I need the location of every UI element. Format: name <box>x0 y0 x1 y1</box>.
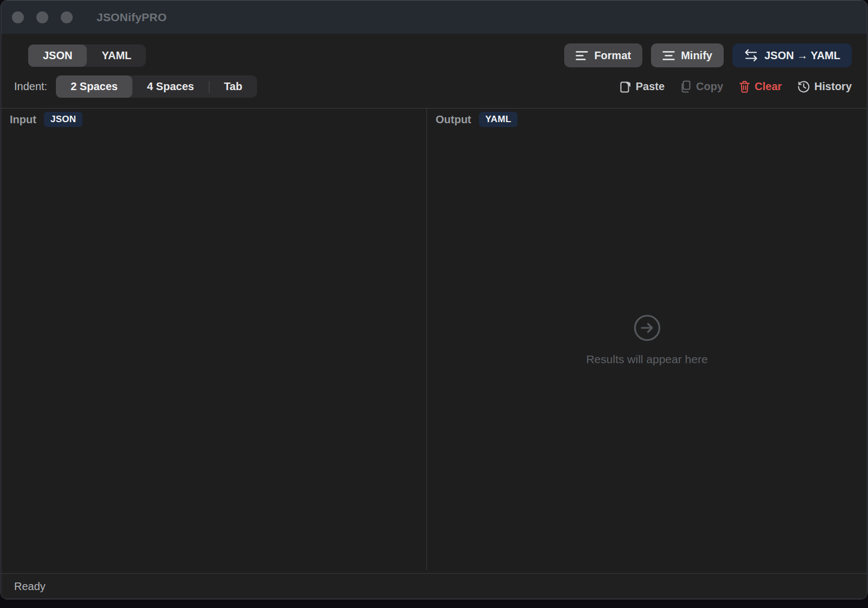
minify-button[interactable]: Minify <box>651 43 724 67</box>
output-pane-title: Output <box>436 113 471 126</box>
toolbar-buttons: Format Minify <box>564 43 852 67</box>
output-empty-state: Results will appear here <box>586 314 707 366</box>
quick-actions: Paste Copy <box>620 80 852 93</box>
clear-button-label: Clear <box>755 80 782 93</box>
paste-button[interactable]: Paste <box>620 80 665 93</box>
clear-button[interactable]: Clear <box>739 80 782 93</box>
clipboard-icon <box>620 80 631 93</box>
input-pane-title: Input <box>10 113 36 126</box>
output-format-badge: YAML <box>479 112 518 127</box>
trash-icon <box>739 80 750 93</box>
indent-option-2-spaces[interactable]: 2 Spaces <box>56 75 132 98</box>
output-placeholder-text: Results will appear here <box>586 353 707 366</box>
history-button-label: History <box>814 80 852 93</box>
arrow-right-circle-icon <box>633 314 661 344</box>
paste-button-label: Paste <box>636 80 665 93</box>
input-pane-header: Input JSON <box>10 112 82 127</box>
copy-button[interactable]: Copy <box>680 80 723 93</box>
align-left-icon <box>576 50 588 61</box>
output-pane-header: Output YAML <box>436 112 518 127</box>
format-button[interactable]: Format <box>564 43 642 67</box>
clock-history-icon <box>797 80 810 93</box>
zoom-window-button[interactable] <box>61 11 73 23</box>
input-pane: Input JSON <box>1 109 427 571</box>
swap-arrows-icon <box>744 49 758 62</box>
convert-button[interactable]: JSON → YAML <box>732 43 852 67</box>
traffic-lights <box>1 11 73 23</box>
status-text: Ready <box>14 580 46 593</box>
indent-option-tab[interactable]: Tab <box>209 75 257 98</box>
app-window: JSONifyPRO JSON YAML Format <box>1 0 867 599</box>
indent-segmented-control: 2 Spaces 4 Spaces Tab <box>56 75 257 98</box>
convert-button-label: JSON → YAML <box>764 49 840 62</box>
window-title: JSONifyPRO <box>97 11 167 24</box>
indent-option-4-spaces[interactable]: 4 Spaces <box>132 75 209 98</box>
mode-segmented-control: JSON YAML <box>28 45 146 67</box>
copy-button-label: Copy <box>696 80 723 93</box>
title-bar: JSONifyPRO <box>1 1 867 34</box>
copy-icon <box>680 80 692 93</box>
toolbar: JSON YAML Format Minify <box>1 34 867 67</box>
input-editor[interactable] <box>1 109 426 571</box>
mode-tab-json[interactable]: JSON <box>28 45 87 67</box>
minimize-window-button[interactable] <box>36 11 48 23</box>
indent-label: Indent: <box>14 80 47 93</box>
status-bar: Ready <box>1 573 867 599</box>
format-button-label: Format <box>594 49 631 62</box>
minify-button-label: Minify <box>681 49 712 62</box>
compress-lines-icon <box>662 50 675 61</box>
mode-tab-yaml[interactable]: YAML <box>87 45 146 67</box>
indent-group: Indent: 2 Spaces 4 Spaces Tab <box>14 75 257 98</box>
history-button[interactable]: History <box>797 80 852 93</box>
options-bar: Indent: 2 Spaces 4 Spaces Tab Paste <box>1 75 867 98</box>
output-pane: Output YAML Results will appear here <box>427 109 867 571</box>
input-format-badge: JSON <box>44 112 83 127</box>
close-window-button[interactable] <box>12 11 24 23</box>
editor-panes: Input JSON Output YAML Results will appe… <box>1 108 867 571</box>
